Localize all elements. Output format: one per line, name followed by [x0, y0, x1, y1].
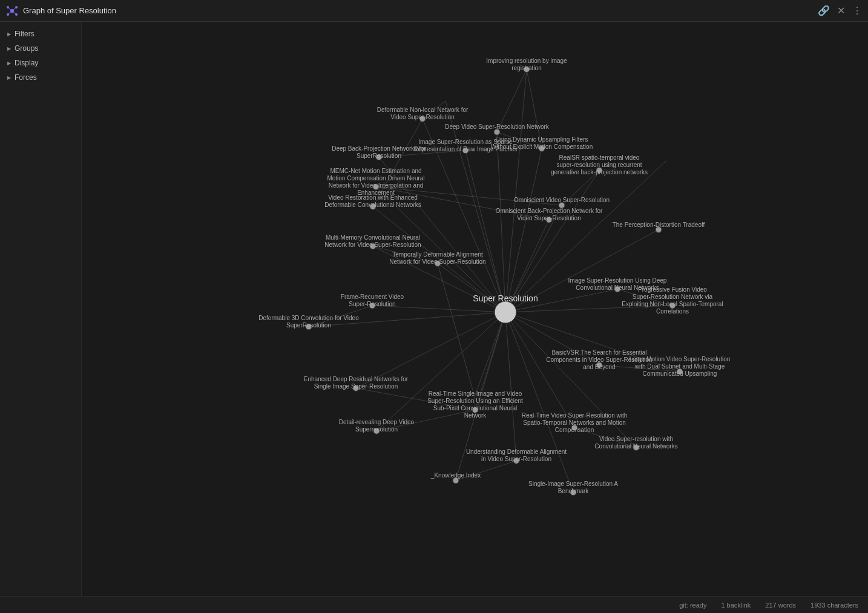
- arrow-icon: ▶: [7, 61, 11, 66]
- arrow-icon: ▶: [7, 31, 11, 37]
- sidebar-item-display[interactable]: ▶ Display: [0, 56, 81, 70]
- svg-line-5: [8, 7, 12, 11]
- sidebar-label-forces: Forces: [15, 73, 37, 82]
- sidebar-label-display: Display: [15, 59, 38, 67]
- arrow-icon: ▶: [7, 46, 11, 51]
- sidebar-item-filters[interactable]: ▶ Filters: [0, 27, 81, 41]
- svg-text:Understanding Deformable Align: Understanding Deformable Alignmentin Vid…: [466, 448, 567, 462]
- svg-text:Detail-revealing Deep VideoSup: Detail-revealing Deep VideoSuperresoluti…: [339, 419, 415, 433]
- svg-text:MEMC-Net Motion Estimation and: MEMC-Net Motion Estimation andMotion Com…: [327, 168, 424, 196]
- char-count: 1933 characters: [810, 602, 858, 609]
- svg-text:_Knowledge Index: _Knowledge Index: [430, 472, 481, 479]
- svg-line-9: [505, 70, 527, 312]
- svg-line-6: [12, 7, 16, 11]
- svg-text:Deep Video Super-Resolution Ne: Deep Video Super-Resolution Network: [445, 123, 550, 130]
- svg-text:RealSR spatio-temporal videosu: RealSR spatio-temporal videosuper-resolu…: [551, 154, 648, 175]
- word-count: 217 words: [765, 602, 796, 609]
- app-icon: [6, 5, 18, 17]
- svg-line-37: [505, 312, 516, 461]
- svg-text:Multi-Memory Convolutional Neu: Multi-Memory Convolutional NeuralNetwork…: [324, 234, 421, 248]
- svg-line-8: [12, 11, 16, 15]
- main-container: ▶ Filters ▶ Groups ▶ Display ▶ Forces Su…: [0, 22, 868, 596]
- svg-text:Improving resolution by imager: Improving resolution by imageregistratio…: [486, 57, 567, 71]
- graph-area[interactable]: Super ResolutionImproving resolution by …: [82, 22, 868, 596]
- svg-line-12: [497, 132, 505, 312]
- more-button[interactable]: ⋮: [852, 6, 862, 16]
- close-button[interactable]: ✕: [837, 6, 845, 16]
- svg-text:Deformable Non-local Network f: Deformable Non-local Network forVideo Su…: [377, 107, 469, 120]
- svg-line-7: [8, 11, 12, 15]
- svg-text:Real-Time Single Image and Vid: Real-Time Single Image and VideoSuper-Re…: [427, 390, 523, 419]
- backlinks-count: 1 backlink: [721, 602, 751, 609]
- svg-text:Super Resolution: Super Resolution: [473, 293, 538, 303]
- titlebar-actions: 🔗 ✕ ⋮: [818, 6, 862, 16]
- graph-svg: Super ResolutionImproving resolution by …: [82, 22, 868, 596]
- svg-text:Image Super-Resolution as Spar: Image Super-Resolution as SparseRepresen…: [413, 139, 517, 152]
- svg-text:Real-Time Video Super-Resoluti: Real-Time Video Super-Resolution withSpa…: [522, 412, 628, 433]
- svg-point-59: [495, 301, 516, 323]
- svg-text:Deformable 3D Convolution for : Deformable 3D Convolution for VideoSuper…: [258, 315, 359, 329]
- sidebar-label-filters: Filters: [15, 30, 35, 38]
- svg-text:Temporally Deformable Alignmen: Temporally Deformable AlignmentNetwork f…: [389, 251, 485, 265]
- svg-text:Enhanced Deep Residual Network: Enhanced Deep Residual Networks forSingl…: [304, 376, 409, 390]
- svg-text:Frame-Recurrent VideoSuper-Res: Frame-Recurrent VideoSuper-Resolution: [341, 293, 404, 307]
- sidebar-item-forces[interactable]: ▶ Forces: [0, 70, 81, 85]
- svg-line-13: [505, 148, 542, 312]
- link-button[interactable]: 🔗: [818, 6, 830, 16]
- sidebar-label-groups: Groups: [15, 44, 38, 53]
- svg-text:Omniscient Video Super-Resolut: Omniscient Video Super-Resolution: [514, 197, 610, 203]
- svg-text:Omniscient Back-Projection Net: Omniscient Back-Projection Network forVi…: [496, 208, 603, 221]
- titlebar: Graph of Super Resolution 🔗 ✕ ⋮: [0, 0, 868, 22]
- svg-line-31: [475, 312, 505, 397]
- sidebar-item-groups[interactable]: ▶ Groups: [0, 41, 81, 56]
- svg-text:Deep Back-Projection Networks : Deep Back-Projection Networks forSuperRe…: [332, 145, 426, 159]
- git-status: git: ready: [679, 602, 706, 609]
- svg-text:The Perception-Distortion Trad: The Perception-Distortion Tradeoff: [613, 221, 705, 228]
- svg-text:Video Super-resolution withCon: Video Super-resolution withConvolutional…: [594, 436, 677, 450]
- sidebar: ▶ Filters ▶ Groups ▶ Display ▶ Forces: [0, 22, 82, 596]
- arrow-icon: ▶: [7, 75, 11, 80]
- svg-text:Video Restoration with Enhance: Video Restoration with EnhancedDeformabl…: [324, 194, 421, 208]
- page-title: Graph of Super Resolution: [23, 6, 818, 15]
- statusbar: git: ready 1 backlink 217 words 1933 cha…: [0, 596, 868, 613]
- svg-text:Large Motion Video Super-Resol: Large Motion Video Super-Resolutionwith …: [630, 356, 731, 377]
- svg-text:Single-Image Super-Resolution : Single-Image Super-Resolution ABenchmark: [528, 480, 618, 494]
